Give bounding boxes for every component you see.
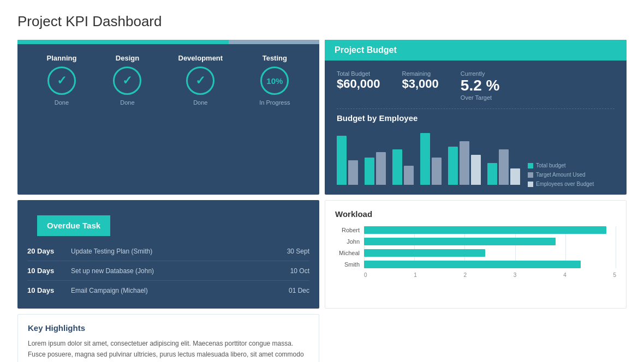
step-planning: Planning ✓ Done [47,54,77,106]
step-testing-percent: 10% [266,76,283,86]
overdue-panel: Overdue Task 20 DaysUpdate Testing Plan … [17,200,319,309]
workload-bar-fill-0 [364,226,606,234]
step-planning-check: ✓ [57,74,67,88]
step-design: Design ✓ Done [113,54,141,106]
step-testing-label: Testing [263,54,287,62]
progress-panel: Planning ✓ Done Design ✓ Done Developmen… [17,40,319,195]
bar-teal-2 [392,149,402,185]
workload-axis-1: 1 [414,272,417,278]
highlights-panel: Key Highlights Lorem ipsum dolor sit ame… [17,314,319,362]
workload-axis-2: 2 [464,272,467,278]
bar-group-3 [420,133,442,185]
overdue-row-0: 20 DaysUpdate Testing Plan (Smith)30 Sep… [27,242,309,261]
overdue-task-1: Set up new Database (John) [71,267,271,275]
overdue-table: 20 DaysUpdate Testing Plan (Smith)30 Sep… [17,236,319,309]
workload-axis: 0 1 2 3 4 5 [335,272,616,278]
workload-axis-5: 5 [613,272,616,278]
workload-bar-fill-1 [364,238,556,245]
workload-panel: Workload RobertJohnMichealSmith 0 1 2 3 … [325,200,627,309]
workload-row-1: John [335,238,616,245]
legend-dot-white [528,182,533,187]
budget-remaining-label: Remaining [402,70,439,77]
budget-remaining-value: $3,000 [402,77,439,91]
workload-bar-bg-1 [364,238,616,245]
budget-panel: Project Budget Total Budget $60,000 Rema… [325,40,627,195]
budget-total-label: Total Budget [337,70,380,77]
highlights-text: Lorem ipsum dolor sit amet, consectetuer… [28,338,309,362]
budget-total-value: $60,000 [337,77,380,91]
step-planning-label: Planning [47,54,77,62]
step-development-label: Development [178,54,223,62]
progress-top-bar [17,40,319,44]
step-development-check: ✓ [195,74,205,88]
step-design-circle: ✓ [113,67,141,95]
workload-bar-bg-0 [364,226,616,234]
step-planning-circle: ✓ [47,67,76,95]
workload-chart: RobertJohnMichealSmith [335,226,616,268]
step-testing-status: In Progress [259,99,290,106]
budget-currently-value: 5.2 % [461,77,500,94]
budget-total: Total Budget $60,000 [337,70,380,91]
workload-row-2: Micheal [335,249,616,257]
workload-name-3: Smith [335,261,360,268]
budget-bar-chart [337,127,520,187]
step-design-status: Done [120,99,134,106]
step-design-check: ✓ [122,74,132,88]
overdue-days-1: 10 Days [27,267,71,275]
legend-label-target: Target Amount Used [536,172,586,178]
budget-row: Total Budget $60,000 Remaining $3,000 Cu… [337,70,615,109]
workload-name-2: Micheal [335,250,360,256]
workload-row-3: Smith [335,261,616,268]
overdue-days-2: 10 Days [27,286,71,294]
step-testing: Testing 10% In Progress [259,54,290,106]
overdue-date-0: 30 Sept [271,248,309,255]
workload-name-0: Robert [335,227,360,233]
overdue-days-0: 20 Days [27,247,71,255]
workload-bar-bg-3 [364,261,616,268]
step-testing-circle: 10% [260,67,289,95]
budget-over-target: Over Target [461,94,500,101]
bar-group-1 [365,152,386,185]
bar-group-5 [487,149,520,185]
overdue-task-2: Email Campaign (Michael) [71,287,271,294]
budget-title: Project Budget [335,45,397,55]
workload-title: Workload [335,209,616,219]
legend-dot-teal [528,163,533,168]
step-development: Development ✓ Done [178,54,223,106]
highlights-title: Key Highlights [28,323,309,333]
budget-content: Total Budget $60,000 Remaining $3,000 Cu… [325,61,627,195]
bar-gray-1 [376,152,386,185]
workload-name-1: John [335,238,360,245]
bar-white-5 [510,168,520,185]
step-development-circle: ✓ [186,67,214,95]
bar-group-2 [392,149,414,185]
legend-label-total: Total budget [536,162,566,168]
legend-total-budget: Total budget [528,162,594,168]
budget-remaining: Remaining $3,000 [402,70,439,91]
overdue-header: Overdue Task [37,215,110,236]
bar-gray-4 [460,141,469,185]
budget-header: Project Budget [325,40,627,61]
bar-gray-2 [404,166,414,185]
bar-teal-3 [420,133,430,185]
workload-axis-4: 4 [563,272,567,278]
workload-axis-3: 3 [514,272,517,278]
overdue-row-2: 10 DaysEmail Campaign (Michael)01 Dec [27,281,309,300]
bar-gray-5 [499,149,509,185]
workload-bar-fill-2 [364,249,485,257]
bar-teal-4 [448,147,458,185]
overdue-title: Overdue Task [47,221,100,230]
bar-teal-1 [365,158,374,185]
legend-over-budget: Employees over Budget [528,181,594,187]
progress-steps: Planning ✓ Done Design ✓ Done Developmen… [17,44,319,116]
bar-gray-3 [432,158,442,185]
overdue-task-0: Update Testing Plan (Smith) [71,248,271,255]
overdue-date-1: 10 Oct [271,267,309,275]
overdue-row-1: 10 DaysSet up new Database (John)10 Oct [27,261,309,281]
bar-white-4 [471,155,481,185]
workload-row-0: Robert [335,226,616,234]
step-design-label: Design [116,54,139,62]
legend-dot-gray [528,172,533,178]
workload-axis-0: 0 [364,272,367,278]
workload-bar-fill-3 [364,261,581,268]
